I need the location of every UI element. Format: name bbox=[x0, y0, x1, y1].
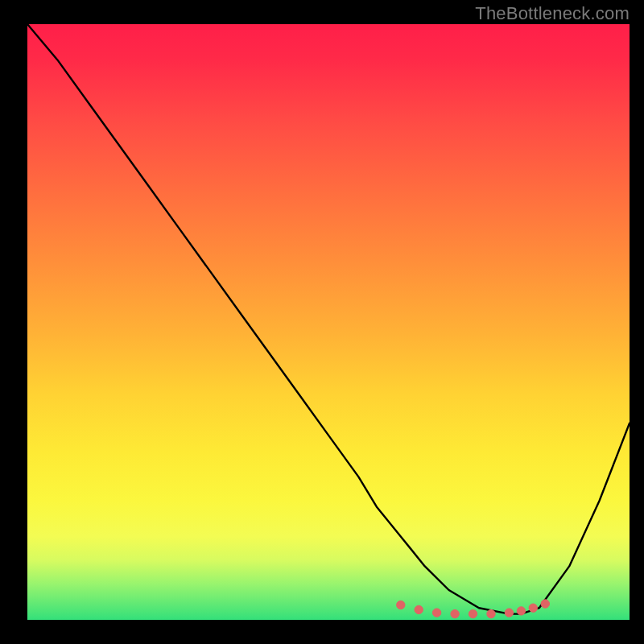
highlight-dot bbox=[469, 609, 477, 617]
highlight-dot bbox=[432, 609, 440, 617]
highlight-dot bbox=[487, 609, 495, 617]
highlight-dot bbox=[529, 604, 537, 612]
watermark-label: TheBottleneck.com bbox=[475, 3, 630, 24]
chart-svg bbox=[27, 24, 630, 620]
bottleneck-curve-line bbox=[27, 24, 630, 614]
highlight-dots-group bbox=[397, 600, 550, 618]
highlight-dot bbox=[541, 600, 549, 608]
highlight-dot bbox=[415, 605, 423, 613]
highlight-dot bbox=[397, 601, 405, 609]
plot-area bbox=[27, 24, 630, 620]
highlight-dot bbox=[517, 607, 525, 615]
curve-group bbox=[27, 24, 630, 614]
highlight-dot bbox=[451, 609, 459, 617]
highlight-dot bbox=[505, 609, 513, 617]
chart-frame: TheBottleneck.com bottleneck-curve highl… bbox=[0, 0, 644, 644]
